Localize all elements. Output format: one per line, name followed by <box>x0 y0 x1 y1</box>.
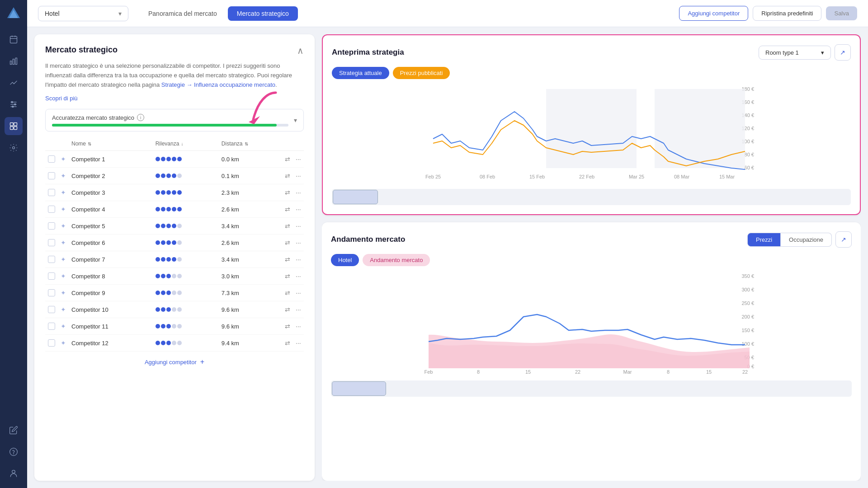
svg-rect-4 <box>13 59 14 65</box>
sparkle-icon: ✦ <box>61 222 66 230</box>
more-options-icon[interactable]: ··· <box>296 172 301 179</box>
market-nav-selector[interactable] <box>332 381 386 396</box>
add-competitor-row[interactable]: Aggiungi competitor + <box>45 352 304 372</box>
competitor-checkbox[interactable] <box>48 323 55 330</box>
market-external-link[interactable]: ↗ <box>835 231 852 248</box>
filter-icon[interactable]: ⇄ <box>285 289 290 296</box>
competitor-stars <box>156 291 216 295</box>
competitor-checkbox[interactable] <box>48 272 55 280</box>
competitor-distance: 2.6 km <box>219 235 282 251</box>
market-trend-title: Andamento mercato <box>331 235 405 244</box>
market-chart-area: 350 € 300 € 250 € 200 € 150 € 100 € 50 €… <box>331 272 852 397</box>
table-row: ✦ Competitor 10 9.6 km ⇄ ··· <box>45 301 304 318</box>
svg-point-11 <box>12 106 14 107</box>
hotel-select[interactable]: Hotel ▾ <box>38 6 128 21</box>
svg-text:22: 22 <box>742 369 748 375</box>
svg-rect-3 <box>10 61 12 65</box>
more-options-icon[interactable]: ··· <box>296 206 301 213</box>
hotel-pill[interactable]: Hotel <box>331 254 359 266</box>
table-row: ✦ Competitor 6 2.6 km ⇄ ··· <box>45 235 304 251</box>
edit-icon[interactable] <box>5 421 23 439</box>
more-options-icon[interactable]: ··· <box>296 189 301 196</box>
strategy-pill-current[interactable]: Strategia attuale <box>332 67 389 79</box>
filter-icon[interactable]: ⇄ <box>285 306 290 313</box>
dashboard-icon[interactable] <box>5 117 23 135</box>
panel-close-button[interactable]: ∧ <box>297 45 304 56</box>
user-icon[interactable] <box>5 465 23 483</box>
competitor-checkbox[interactable] <box>48 339 55 347</box>
tab-panoramica[interactable]: Panoramica del mercato <box>139 6 226 21</box>
svg-text:Mar: Mar <box>623 369 632 375</box>
more-options-icon[interactable]: ··· <box>296 339 301 347</box>
more-options-icon[interactable]: ··· <box>296 323 301 330</box>
competitor-stars <box>156 174 216 178</box>
filter-icon[interactable]: ⇄ <box>285 155 290 163</box>
help-icon[interactable] <box>5 443 23 461</box>
tab-mercato-strategico[interactable]: Mercato strategico <box>228 6 298 21</box>
competitor-stars <box>156 257 216 262</box>
svg-rect-28 <box>655 89 745 168</box>
more-options-icon[interactable]: ··· <box>296 272 301 280</box>
accuracy-bar-container[interactable]: Accuratezza mercato strategico i ▾ <box>45 109 304 131</box>
strategy-mini-nav[interactable] <box>332 189 851 205</box>
more-options-icon[interactable]: ··· <box>296 239 301 246</box>
competitor-checkbox[interactable] <box>48 306 55 313</box>
more-options-icon[interactable]: ··· <box>296 222 301 230</box>
competitor-checkbox[interactable] <box>48 189 55 196</box>
market-pill[interactable]: Andamento mercato <box>363 254 430 266</box>
more-options-icon[interactable]: ··· <box>296 289 301 296</box>
market-trend-card: Andamento mercato Prezzi Occupazione ↗ H… <box>322 222 861 481</box>
strategy-pill-published[interactable]: Prezzi pubblicati <box>393 67 450 79</box>
sort-relevance-icon[interactable]: ↓ <box>181 141 183 146</box>
scopri-link[interactable]: Scopri di più <box>45 95 304 102</box>
hotel-select-chevron: ▾ <box>118 10 122 17</box>
filter-icon[interactable]: ⇄ <box>285 339 290 347</box>
market-tab-group: Prezzi Occupazione <box>747 233 832 247</box>
competitor-checkbox[interactable] <box>48 222 55 230</box>
occupazione-tab[interactable]: Occupazione <box>781 233 832 247</box>
competitor-checkbox[interactable] <box>48 206 55 213</box>
add-competitor-button[interactable]: Aggiungi competitor <box>679 6 748 21</box>
sort-name-icon[interactable]: ⇅ <box>88 141 91 146</box>
bar-chart-icon[interactable] <box>5 52 23 70</box>
more-options-icon[interactable]: ··· <box>296 256 301 263</box>
filter-icon[interactable]: ⇄ <box>285 189 290 196</box>
strategy-external-link[interactable]: ↗ <box>835 44 851 61</box>
prezzi-tab[interactable]: Prezzi <box>747 233 781 247</box>
competitor-checkbox[interactable] <box>48 155 55 163</box>
panel-header: Mercato strategico ∧ <box>45 45 304 56</box>
hotel-select-value: Hotel <box>45 10 60 17</box>
filter-icon[interactable]: ⇄ <box>285 206 290 213</box>
filter-icon[interactable]: ⇄ <box>285 272 290 280</box>
competitor-stars <box>156 207 216 211</box>
competitor-stars <box>156 324 216 328</box>
competitor-checkbox[interactable] <box>48 239 55 246</box>
sliders-icon[interactable] <box>5 95 23 113</box>
competitor-checkbox[interactable] <box>48 256 55 263</box>
calendar-icon[interactable] <box>5 30 23 48</box>
market-mini-nav[interactable] <box>331 380 852 397</box>
svg-text:08 Feb: 08 Feb <box>480 174 495 179</box>
competitor-stars <box>156 240 216 245</box>
accuracy-label: Accuratezza mercato strategico i <box>52 114 288 121</box>
filter-icon[interactable]: ⇄ <box>285 239 290 246</box>
competitor-distance: 0.0 km <box>219 151 282 168</box>
sort-distance-icon[interactable]: ⇅ <box>245 141 248 146</box>
svg-text:15: 15 <box>706 369 712 375</box>
more-options-icon[interactable]: ··· <box>296 155 301 163</box>
svg-rect-2 <box>10 36 17 43</box>
competitor-checkbox[interactable] <box>48 289 55 296</box>
gear-icon[interactable] <box>5 139 23 157</box>
room-type-select[interactable]: Room type 1 ▾ <box>759 46 831 60</box>
strategy-link[interactable]: Strategie → Influenza occupazione mercat… <box>161 81 275 88</box>
more-options-icon[interactable]: ··· <box>296 306 301 313</box>
filter-icon[interactable]: ⇄ <box>285 323 290 330</box>
line-chart-icon[interactable] <box>5 74 23 92</box>
filter-icon[interactable]: ⇄ <box>285 256 290 263</box>
filter-icon[interactable]: ⇄ <box>285 222 290 230</box>
strategy-nav-selector[interactable] <box>333 190 378 204</box>
filter-icon[interactable]: ⇄ <box>285 172 290 179</box>
reset-button[interactable]: Ripristina predefiniti <box>753 6 821 21</box>
save-button[interactable]: Salva <box>826 6 857 20</box>
competitor-checkbox[interactable] <box>48 172 55 179</box>
